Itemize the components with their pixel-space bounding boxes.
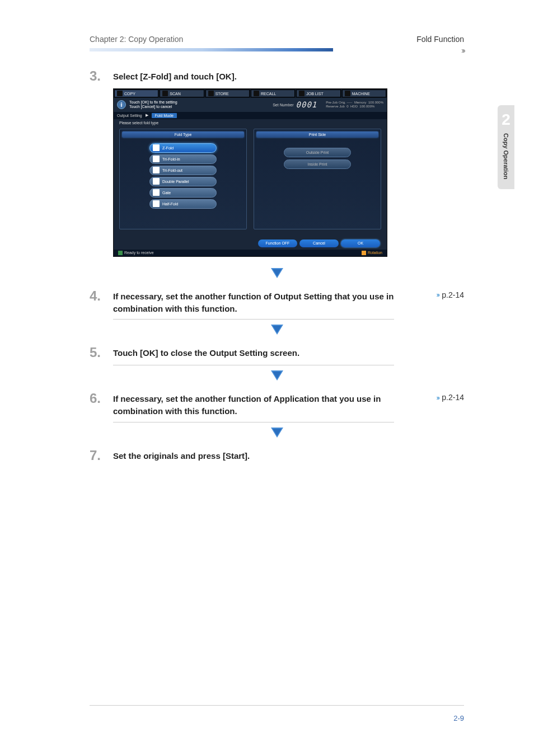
page-reference-link[interactable]: ››› p.2-14 [436, 391, 464, 402]
side-chapter-tab: 2 Copy Operation [498, 105, 514, 189]
set-number: Set Number 0001 [273, 100, 317, 109]
step-number: 7. [90, 448, 103, 463]
step-4: 4. If necessary, set the another functio… [90, 288, 464, 315]
tri-fold-out-icon [153, 167, 160, 173]
set-number-value: 0001 [296, 100, 317, 109]
step-text: Select [Z-Fold] and touch [OK]. [113, 68, 464, 83]
double-parallel-button[interactable]: Double Parallel [149, 177, 217, 186]
step-number: 3. [90, 68, 103, 84]
down-arrow-icon [271, 370, 283, 383]
step-number: 4. [90, 288, 103, 304]
header-divider: ››› [90, 48, 464, 51]
tab-joblist[interactable]: JOB LIST [296, 90, 340, 97]
device-tabbar: COPY SCAN STORE RECALL JOB LIST MACHINE [114, 89, 387, 98]
bottom-buttons: Function OFF Cancel OK [114, 237, 387, 250]
tab-recall[interactable]: RECALL [251, 90, 295, 97]
tab-scan[interactable]: SCAN [160, 90, 204, 97]
side-chapter-number: 2 [502, 111, 510, 129]
page-reference-link[interactable]: ››› p.2-14 [436, 288, 464, 299]
chevron-ref-icon: ››› [436, 290, 438, 299]
tri-fold-in-button[interactable]: Tri-Fold-in [149, 154, 217, 164]
function-off-button[interactable]: Function OFF [258, 240, 297, 247]
gate-button[interactable]: Gate [149, 188, 217, 198]
rotation-icon [362, 251, 366, 255]
chevron-ref-icon: ››› [436, 393, 438, 402]
copy-icon [117, 91, 123, 96]
gate-icon [153, 189, 160, 196]
step-5: 5. Touch [OK] to close the Output Settin… [90, 345, 464, 360]
scan-icon [162, 91, 168, 96]
device-screenshot: COPY SCAN STORE RECALL JOB LIST MACHINE … [113, 88, 387, 257]
page-number: 2-9 [453, 714, 464, 722]
step-separator [90, 262, 464, 284]
step-separator [90, 422, 464, 443]
step-7: 7. Set the originals and press [Start]. [90, 448, 464, 463]
step-6: 6. If necessary, set the another functio… [90, 391, 464, 417]
step-text: Set the originals and press [Start]. [113, 448, 464, 462]
step-number: 5. [90, 345, 103, 360]
fold-button-list: Z-Fold Tri-Fold-in Tri-Fold-out Double P… [122, 143, 244, 209]
tri-fold-in-icon [153, 156, 160, 162]
outside-print-button[interactable]: Outside Print [284, 148, 351, 157]
half-fold-button[interactable]: Half-Fold [149, 199, 217, 209]
down-arrow-icon [271, 325, 283, 337]
breadcrumb-fold-mode[interactable]: Fold Mode [152, 113, 177, 118]
info-bar: i Touch [OK] to fix the setting Touch [C… [114, 98, 387, 112]
info-message: Touch [OK] to fix the setting Touch [Can… [129, 100, 177, 110]
step-text: If necessary, set the another function o… [113, 391, 426, 417]
step-separator [90, 319, 464, 340]
down-arrow-icon [271, 428, 283, 440]
subheader: Please select fold type [114, 119, 387, 126]
step-number: 6. [90, 391, 103, 406]
rotation-status: Rotation [362, 251, 382, 255]
side-chapter-label: Copy Operation [503, 133, 509, 180]
tab-machine[interactable]: MACHINE [342, 90, 386, 97]
joblist-icon [299, 91, 305, 96]
page-header: Chapter 2: Copy Operation Fold Function [0, 0, 534, 48]
tri-fold-out-button[interactable]: Tri-Fold-out [149, 166, 217, 175]
chevron-decoration-icon: ››› [461, 46, 464, 55]
step-3: 3. Select [Z-Fold] and touch [OK]. [90, 68, 464, 84]
step-separator [90, 365, 464, 386]
section-title: Fold Function [416, 35, 464, 44]
ready-icon [118, 251, 123, 255]
fold-type-header: Fold Type [122, 132, 244, 138]
print-side-panel: Print Side Outside Print Inside Print [254, 129, 381, 229]
down-arrow-icon [271, 268, 283, 280]
footer-divider [90, 705, 464, 706]
status-bar: Ready to receive Rotation [114, 250, 387, 256]
recall-icon [254, 91, 259, 96]
z-fold-button[interactable]: Z-Fold [149, 143, 217, 153]
info-icon: i [117, 100, 126, 109]
tab-copy[interactable]: COPY [114, 90, 158, 97]
step-text: If necessary, set the another function o… [113, 288, 426, 315]
double-parallel-icon [153, 178, 160, 185]
step-text: Touch [OK] to close the Output Setting s… [113, 345, 464, 359]
store-icon [208, 91, 214, 96]
breadcrumb-output-setting[interactable]: Output Setting [117, 114, 142, 118]
machine-icon [345, 91, 350, 96]
panel-area: Fold Type Z-Fold Tri-Fold-in Tri-Fold-ou… [114, 126, 387, 237]
chapter-title: Chapter 2: Copy Operation [90, 35, 183, 44]
tab-store[interactable]: STORE [205, 90, 250, 97]
print-side-header: Print Side [256, 132, 378, 138]
ok-button[interactable]: OK [341, 240, 380, 247]
chevron-right-icon: ▶ [146, 113, 148, 118]
screenshot-container: COPY SCAN STORE RECALL JOB LIST MACHINE … [113, 88, 464, 257]
main-content: 3. Select [Z-Fold] and touch [OK]. COPY … [0, 51, 534, 463]
breadcrumb: Output Setting ▶ Fold Mode [114, 112, 387, 119]
print-button-list: Outside Print Inside Print [256, 148, 378, 169]
inside-print-button[interactable]: Inside Print [284, 159, 351, 169]
status-block: Pre-Job Orig. ----- Memory 100.000% Rese… [326, 101, 383, 110]
ready-status: Ready to receive [118, 251, 154, 255]
half-fold-icon [153, 200, 160, 207]
cancel-button[interactable]: Cancel [299, 240, 339, 247]
z-fold-icon [153, 144, 160, 151]
fold-type-panel: Fold Type Z-Fold Tri-Fold-in Tri-Fold-ou… [119, 129, 247, 229]
